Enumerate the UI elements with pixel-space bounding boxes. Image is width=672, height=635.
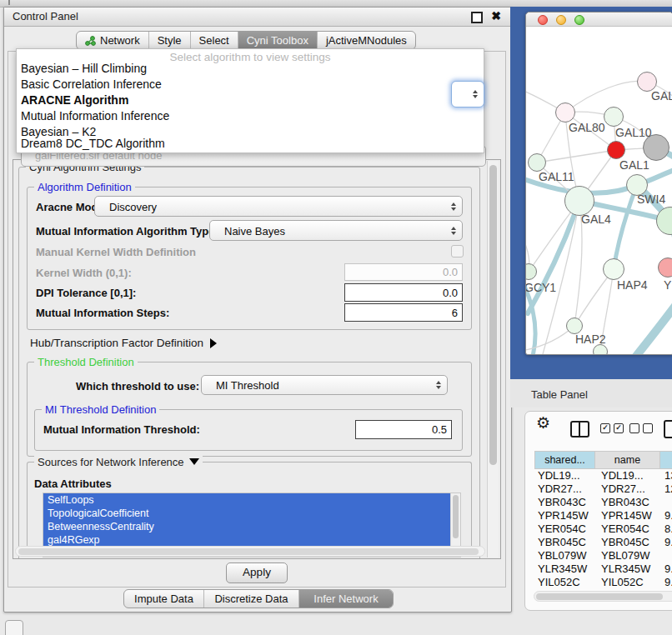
table-row[interactable]: YPR145WYPR145W9. xyxy=(534,509,672,522)
settings-vertical-scrollbar[interactable] xyxy=(487,161,499,558)
control-panel-titlebar[interactable]: Control Panel ✖ xyxy=(4,8,511,27)
node-label: GAL xyxy=(651,89,672,102)
mi-threshold-label: Mutual Information Threshold: xyxy=(43,423,200,436)
tab-select[interactable]: Select xyxy=(191,32,238,49)
table-row[interactable]: YLR345WYLR345W9. xyxy=(534,562,672,576)
algorithm-definition-group: Algorithm Definition Aracne Mode: Discov… xyxy=(27,187,472,330)
mi-type-combo[interactable]: Naive Bayes xyxy=(209,220,463,241)
sources-title[interactable]: Sources for Network Inference xyxy=(34,456,203,468)
gear-icon[interactable]: ⚙ xyxy=(536,413,550,432)
dropdown-item-aracne[interactable]: ARACNE Algorithm xyxy=(17,92,484,108)
dpi-tolerance-label: DPI Tolerance [0,1]: xyxy=(36,287,136,299)
dropdown-item-mutual-information[interactable]: Mutual Information Inference xyxy=(17,108,484,124)
combo-stepper-icon xyxy=(451,227,456,235)
list-item[interactable]: BetweennessCentrality xyxy=(43,520,454,533)
cyni-bottom-tabs: Impute Data Discretize Data Infer Networ… xyxy=(123,589,394,608)
table-row[interactable]: YDL19...YDL19...13 xyxy=(534,469,672,482)
scrollbar-thumb[interactable] xyxy=(489,165,497,465)
table-row[interactable]: YBR045CYBR045C9. xyxy=(534,536,672,549)
minimize-traffic-light-icon[interactable] xyxy=(556,15,566,25)
table-row[interactable]: YBL079WYBL079W xyxy=(534,549,672,562)
algorithm-combo-focus-ring[interactable] xyxy=(451,81,484,108)
graph-node[interactable] xyxy=(603,258,624,280)
node-label: GAL1 xyxy=(619,158,649,172)
close-icon[interactable]: ✖ xyxy=(491,9,501,22)
tab-network[interactable]: Network xyxy=(77,32,149,49)
settings-horizontal-scrollbar[interactable] xyxy=(15,546,485,557)
mi-type-label: Mutual Information Algorithm Type: xyxy=(36,225,218,238)
select-all-checkboxes-icon[interactable]: ✓✓ xyxy=(600,423,624,433)
column-header[interactable] xyxy=(659,451,672,469)
table-row[interactable]: YIL052CYIL052C9. xyxy=(534,576,672,589)
table-row[interactable]: YER054CYER054C8. xyxy=(534,522,672,536)
column-header[interactable]: shared... xyxy=(534,451,594,469)
tab-impute-data[interactable]: Impute Data xyxy=(124,590,204,608)
column-header[interactable]: name xyxy=(594,451,659,469)
tab-discretize-data[interactable]: Discretize Data xyxy=(204,590,299,608)
mi-threshold-field[interactable] xyxy=(355,420,452,439)
minimized-panel-icon[interactable] xyxy=(5,620,23,635)
zoom-traffic-light-icon[interactable] xyxy=(574,15,584,25)
tab-network-label: Network xyxy=(100,34,140,47)
node-label: GAL10 xyxy=(615,126,652,139)
graph-node[interactable] xyxy=(555,102,575,122)
scrollbar-thumb[interactable] xyxy=(453,495,459,538)
list-item[interactable]: TopologicalCoefficient xyxy=(43,507,454,520)
hub-definition-expander[interactable]: Hub/Transcription Factor Definition xyxy=(30,337,217,349)
combo-stepper-icon xyxy=(473,90,478,98)
aracne-mode-combo[interactable]: Discovery xyxy=(94,196,463,217)
tab-cyni-toolbox[interactable]: Cyni Toolbox xyxy=(238,32,318,49)
tab-jactivemnodules[interactable]: jActiveMNodules xyxy=(318,32,415,49)
table-panel: ⚙ ✓✓ shared... name YDL19...YDL19...13 Y… xyxy=(524,411,672,611)
combo-stepper-icon xyxy=(436,381,441,389)
node-label: Y xyxy=(664,278,671,292)
kernel-width-field[interactable] xyxy=(344,263,463,281)
combo-stepper-icon xyxy=(451,202,456,211)
mi-threshold-group: MI Threshold Definition Mutual Informati… xyxy=(34,409,463,451)
table-panel-title: Table Panel xyxy=(531,388,588,401)
dropdown-item-bayesian-hill-climbing[interactable]: Bayesian – Hill Climbing xyxy=(17,61,484,77)
network-view-window[interactable]: GAL GAL80 GAL10 GAL1 GAL11 SWI4 GAL4 GCY… xyxy=(525,12,672,355)
dropdown-item-basic-correlation[interactable]: Basic Correlation Inference xyxy=(17,77,484,92)
close-traffic-light-icon[interactable] xyxy=(538,15,548,25)
table-function-icon[interactable] xyxy=(664,420,672,438)
graph-node[interactable] xyxy=(604,107,624,127)
graph-node[interactable] xyxy=(528,153,546,172)
float-window-icon[interactable] xyxy=(471,12,483,23)
node-label: GAL4 xyxy=(581,212,611,226)
network-window-titlebar[interactable] xyxy=(526,12,672,27)
manual-kernel-checkbox[interactable] xyxy=(451,245,464,258)
scrollbar-thumb[interactable] xyxy=(18,548,479,555)
tab-style[interactable]: Style xyxy=(149,32,191,49)
expand-arrow-icon xyxy=(210,338,217,348)
scrollbar-thumb[interactable] xyxy=(536,593,663,600)
table-row[interactable]: YBR043CYBR043C xyxy=(534,496,672,509)
manual-kernel-label: Manual Kernel Width Definition xyxy=(36,246,196,258)
cyni-settings-scrollpane: Cyni Algorithm Settings Algorithm Defini… xyxy=(13,159,501,559)
sources-group: Sources for Network Inference Data Attri… xyxy=(27,462,472,556)
network-graph-canvas[interactable]: GAL GAL80 GAL10 GAL1 GAL11 SWI4 GAL4 GCY… xyxy=(526,26,672,354)
list-item[interactable]: gal4RGexp xyxy=(43,533,454,547)
threshold-definition-title: Threshold Definition xyxy=(34,356,138,368)
mi-steps-field[interactable] xyxy=(344,303,463,322)
tab-infer-network[interactable]: Infer Network xyxy=(299,590,393,608)
table-panel-header: Table Panel xyxy=(510,379,672,408)
node-label: GAL11 xyxy=(539,170,574,183)
graph-node-selected[interactable] xyxy=(607,141,625,159)
algorithm-definition-title: Algorithm Definition xyxy=(34,181,135,193)
columns-icon[interactable] xyxy=(570,421,589,438)
node-label: HAP2 xyxy=(575,332,606,346)
table-row[interactable]: YDR27...YDR27...12 xyxy=(534,482,672,496)
table-horizontal-scrollbar[interactable] xyxy=(534,591,672,602)
graph-node[interactable] xyxy=(658,258,672,278)
mi-steps-label: Mutual Information Steps: xyxy=(36,307,169,319)
dpi-tolerance-field[interactable] xyxy=(344,283,463,302)
graph-node[interactable] xyxy=(564,186,594,216)
control-panel-tabs: Network Style Select Cyni Toolbox jActiv… xyxy=(76,31,416,50)
which-threshold-combo[interactable]: MI Threshold xyxy=(201,375,448,395)
graph-node[interactable] xyxy=(566,318,583,334)
dropdown-item-dream8[interactable]: Dream8 DC_TDC Algorithm xyxy=(17,136,484,152)
list-item[interactable]: SelfLoops xyxy=(43,493,454,507)
deselect-all-checkboxes-icon[interactable] xyxy=(629,423,653,433)
apply-button[interactable]: Apply xyxy=(226,562,288,583)
